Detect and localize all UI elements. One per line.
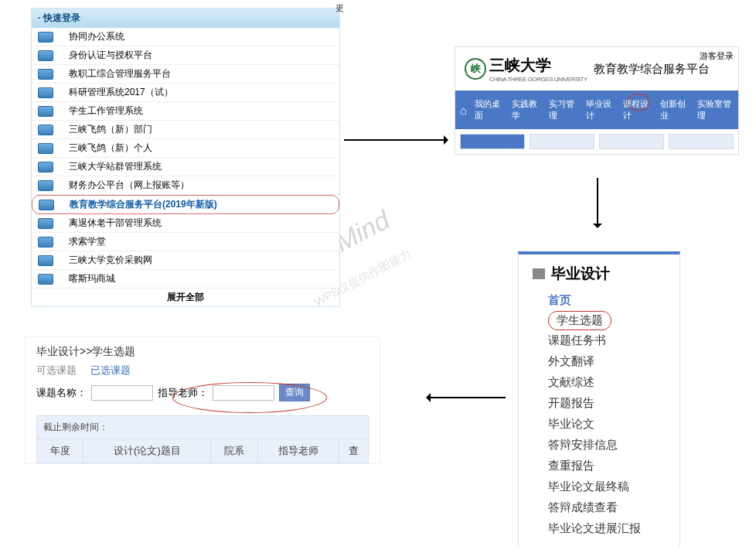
annotation-oval: [172, 382, 327, 413]
sidebar-item[interactable]: 毕业论文: [548, 414, 666, 435]
app-icon: [38, 255, 53, 266]
list-item-label: 三峡飞鸽（新）个人: [69, 142, 152, 155]
tab-selected[interactable]: 已选课题: [90, 364, 131, 376]
list-item-label: 离退休老干部管理系统: [69, 217, 162, 230]
list-item-highlighted[interactable]: 教育教学综合服务平台(2019年新版): [32, 195, 339, 214]
sidebar-item[interactable]: 外文翻译: [548, 351, 666, 372]
more-link[interactable]: 更: [335, 2, 344, 14]
dash-card[interactable]: [669, 134, 734, 149]
list-item-label: 喀斯玛商城: [69, 272, 115, 285]
list-item[interactable]: 科研管理系统2017（试）: [32, 84, 339, 102]
list-item-label: 教育教学综合服务平台(2019年新版): [70, 198, 217, 211]
app-icon: [38, 125, 53, 135]
app-icon: [39, 200, 54, 210]
app-icon: [38, 32, 53, 43]
university-logo-icon: 峡: [465, 58, 486, 80]
flow-arrow-2: [597, 178, 598, 224]
tabs: 可选课题 已选课题: [36, 364, 369, 377]
list-item[interactable]: 三峡飞鸽（新）部门: [32, 121, 339, 139]
sidebar-item[interactable]: 毕业论文进展汇报: [548, 518, 666, 539]
list-item-label: 身份认证与授权平台: [69, 49, 152, 62]
topic-label: 课题名称：: [36, 386, 87, 400]
dash-card[interactable]: [460, 134, 525, 149]
dashboard-strip: [455, 129, 738, 154]
list-item-label: 学生工作管理系统: [69, 104, 143, 118]
app-icon: [38, 162, 53, 172]
list-item-label: 求索学堂: [69, 235, 106, 248]
col-year: 年度: [37, 439, 83, 463]
list-item-label: 教职工综合管理服务平台: [69, 67, 171, 80]
col-view: 查: [339, 439, 369, 463]
app-icon: [38, 50, 53, 61]
sidebar-item[interactable]: 答辩成绩查看: [548, 497, 666, 518]
sidebar-menu-panel: 毕业设计 首页 学生选题 课题任务书 外文翻译 文献综述 开题报告 毕业论文 答…: [518, 251, 680, 547]
expand-all-link[interactable]: 展开全部: [32, 289, 339, 306]
sidebar-item[interactable]: 查重报告: [548, 456, 666, 476]
list-item-label: 三峡大学竞价采购网: [69, 254, 152, 267]
sidebar-item[interactable]: 毕业论文最终稿: [548, 476, 666, 497]
university-subtitle: CHINA THREE GORGES UNIVERSITY: [489, 76, 587, 83]
sidebar-item-topic-selection[interactable]: 学生选题: [548, 311, 611, 330]
flow-arrow-3: [430, 397, 506, 398]
home-icon[interactable]: ⌂: [460, 104, 467, 117]
quick-login-list: 协同办公系统 身份认证与授权平台 教职工综合管理服务平台 科研管理系统2017（…: [32, 28, 339, 289]
list-item-label: 三峡大学站群管理系统: [69, 160, 162, 173]
app-icon: [38, 143, 53, 154]
list-item[interactable]: 三峡大学站群管理系统: [32, 158, 339, 176]
quick-login-panel: 更 · 快速登录 协同办公系统 身份认证与授权平台 教职工综合管理服务平台 科研…: [31, 8, 340, 307]
list-item[interactable]: 学生工作管理系统: [32, 102, 339, 121]
results-table: 年度 设计(论文)题目 院系 指导老师 查: [36, 439, 369, 463]
sidebar-item[interactable]: 文献综述: [548, 372, 666, 393]
nav-item[interactable]: 实习管理: [549, 98, 578, 121]
dash-card[interactable]: [530, 134, 594, 149]
list-item[interactable]: 协同办公系统: [32, 28, 339, 46]
list-item-label: 财务办公平台（网上报账等）: [69, 179, 189, 192]
app-icon: [38, 218, 53, 229]
list-item[interactable]: 教职工综合管理服务平台: [32, 65, 339, 84]
app-icon: [38, 87, 53, 98]
nav-item[interactable]: 实践教学: [512, 98, 541, 121]
sidebar-title-text: 毕业设计: [551, 264, 610, 284]
breadcrumb: 毕业设计>>学生选题: [36, 345, 369, 359]
topic-input[interactable]: [91, 385, 153, 401]
list-item[interactable]: 财务办公平台（网上报账等）: [32, 176, 339, 195]
sidebar-item-home[interactable]: 首页: [548, 290, 666, 311]
app-icon: [38, 274, 53, 285]
app-icon: [38, 180, 53, 191]
flow-arrow-1: [344, 139, 444, 141]
list-item[interactable]: 喀斯玛商城: [32, 270, 339, 289]
portal-header-panel: 游客登录 峡 三峡大学 CHINA THREE GORGES UNIVERSIT…: [455, 46, 739, 155]
app-icon: [38, 237, 53, 248]
col-title: 设计(论文)题目: [83, 439, 211, 463]
nav-item[interactable]: 实验室管理: [697, 98, 734, 121]
list-item-label: 三峡飞鸽（新）部门: [69, 123, 152, 136]
list-item[interactable]: 三峡大学竞价采购网: [32, 251, 339, 270]
app-icon: [38, 69, 53, 80]
list-item-label: 科研管理系统2017（试）: [69, 86, 173, 99]
col-dept: 院系: [211, 439, 257, 463]
tab-available[interactable]: 可选课题: [36, 364, 77, 376]
app-icon: [38, 106, 53, 117]
document-icon: [533, 268, 545, 279]
col-advisor: 指导老师: [257, 439, 339, 463]
list-item[interactable]: 三峡飞鸽（新）个人: [32, 139, 339, 158]
list-item[interactable]: 身份认证与授权平台: [32, 46, 339, 65]
nav-item[interactable]: 我的桌面: [475, 98, 504, 121]
sidebar-menu: 首页 学生选题 课题任务书 外文翻译 文献综述 开题报告 毕业论文 答辩安排信息…: [519, 290, 679, 547]
nav-item[interactable]: 创新创业: [660, 98, 690, 121]
sidebar-item[interactable]: 开题报告: [548, 393, 666, 414]
deadline-label: 截止剩余时间：: [36, 415, 369, 439]
list-item[interactable]: 求索学堂: [32, 233, 339, 251]
annotation-circle: [627, 94, 650, 111]
dash-card[interactable]: [599, 134, 664, 149]
sidebar-title: 毕业设计: [519, 254, 679, 290]
guest-login-link[interactable]: 游客登录: [700, 50, 734, 62]
list-item[interactable]: 离退休老干部管理系统: [32, 214, 339, 233]
sidebar-item[interactable]: 课题任务书: [548, 330, 666, 351]
nav-item[interactable]: 毕业设计: [586, 98, 615, 121]
portal-title: 教育教学综合服务平台: [594, 62, 710, 77]
quick-login-header: · 快速登录: [32, 9, 339, 28]
list-item-label: 协同办公系统: [69, 30, 124, 43]
sidebar-item[interactable]: 答辩安排信息: [548, 435, 666, 456]
portal-navbar: ⌂ 我的桌面 实践教学 实习管理 毕业设计 课程设计 创新创业 实验室管理: [455, 90, 738, 129]
